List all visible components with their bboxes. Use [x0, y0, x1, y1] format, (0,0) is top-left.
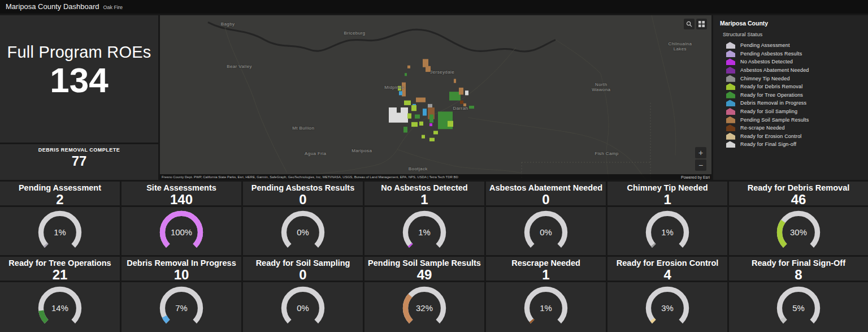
svg-text:14%: 14% — [51, 304, 68, 313]
legend-item-label: Ready for Soil Sampling — [740, 109, 797, 114]
attribution-text: Fresno County Dept. PWP, California Stat… — [162, 175, 458, 179]
map-place-label: Bagby — [221, 21, 235, 27]
legend-swatch-icon — [726, 83, 735, 90]
gauge-panel: 30% — [729, 207, 868, 255]
stat-title: Ready for Final Sign-Off — [729, 258, 868, 268]
stat-value: 4 — [607, 268, 727, 281]
legend-swatch-icon — [726, 67, 735, 74]
gauge-panel: 1% — [486, 282, 606, 332]
legend-item-label: Pending Asbestos Results — [740, 51, 802, 57]
full-program-roes-panel: Full Program ROEs 134 — [0, 15, 158, 143]
map-place-label: Bootjack — [409, 166, 428, 171]
legend-item: Pending Asbestos Results — [726, 50, 868, 58]
stat-title: Rescrape Needed — [486, 258, 606, 268]
gauge-panel: 3% — [607, 282, 727, 332]
map-place-label: Mariposa — [351, 148, 372, 153]
stat-title: Ready for Soil Sampling — [243, 258, 363, 268]
map-zoom-controls: + − — [695, 147, 706, 171]
legend-item: No Asbestos Detected — [726, 58, 868, 66]
stat-value: 140 — [121, 192, 241, 205]
stats-row-2: Ready for Tree Operations21Debris Remova… — [0, 257, 868, 281]
legend-item-label: Asbestos Abatement Needed — [740, 67, 809, 73]
stat-title: Ready for Erosion Control — [607, 258, 727, 268]
legend-item-label: Debris Removal in Progress — [740, 100, 806, 106]
legend-item: Chimney Tip Needed — [726, 74, 868, 83]
stat-title: Asbestos Abatement Needed — [486, 183, 606, 192]
legend-item: Ready for Final Sign-off — [726, 140, 868, 149]
svg-text:3%: 3% — [661, 304, 674, 313]
stat-value: 2 — [0, 192, 120, 205]
svg-text:1%: 1% — [54, 228, 66, 237]
search-button[interactable] — [684, 19, 695, 29]
zoom-in-button[interactable]: + — [695, 147, 706, 158]
legend-item: Ready for Erosion Control — [726, 132, 868, 141]
legend-item: Re-scrape Needed — [726, 124, 868, 132]
svg-text:100%: 100% — [171, 228, 192, 237]
stat-value: 1 — [607, 192, 727, 205]
legend-swatch-icon — [726, 124, 735, 131]
full-program-value: 134 — [50, 62, 108, 98]
stat-value: 0 — [486, 192, 606, 205]
legend-swatch-icon — [726, 133, 735, 140]
map-place-label: Agua Fria — [305, 151, 326, 156]
gauges-row-1: 1%100%0%1%0%1%30% — [0, 207, 868, 255]
stat-title: Debris Removal In Progress — [121, 258, 241, 268]
stat-panel: Pending Soil Sample Results49 — [364, 257, 484, 281]
legend-item: Ready for Tree Operations — [726, 91, 868, 100]
stats-row-1: Pending Assessment2Site Assessments140Pe… — [0, 182, 868, 205]
map-canvas[interactable]: BagbyBriceburgBear ValleyJerseydaleMidpi… — [160, 15, 711, 180]
svg-text:0%: 0% — [540, 228, 552, 237]
gauge-panel: 1% — [607, 207, 727, 255]
legend-item-label: Chimney Tip Needed — [740, 76, 790, 81]
stat-value: 49 — [364, 268, 484, 281]
map-place-label: Chilnualna Lakes — [668, 41, 692, 51]
map-place-label: Jerseydale — [430, 70, 454, 75]
debris-complete-value: 77 — [0, 153, 158, 169]
gauge-panel: 0% — [243, 207, 363, 255]
basemap-grid-icon — [698, 21, 705, 27]
svg-text:30%: 30% — [790, 228, 807, 237]
legend-swatch-icon — [726, 50, 735, 57]
stat-value: 10 — [121, 268, 241, 281]
gauge-panel: 1% — [364, 207, 484, 255]
gauge-arc: 0% — [276, 208, 329, 255]
gauge-panel: 0% — [486, 207, 606, 255]
gauge-panel: 32% — [364, 282, 484, 332]
stat-title: Pending Assessment — [0, 183, 120, 192]
svg-text:1%: 1% — [418, 228, 431, 237]
stat-panel: Pending Asbestos Results0 — [243, 182, 363, 205]
basemap-button[interactable] — [696, 19, 707, 29]
stat-value: 0 — [243, 192, 363, 205]
legend-swatch-icon — [726, 58, 735, 65]
svg-text:1%: 1% — [540, 304, 552, 313]
header-bar: Mariposa County Dashboard Oak Fire — [0, 0, 868, 14]
stat-title: Site Assessments — [121, 183, 241, 192]
map-place-label: Fish Camp — [594, 151, 618, 156]
map-place-label: North Wawona — [592, 82, 610, 92]
stat-panel: Pending Assessment2 — [0, 182, 120, 205]
gauge-arc: 1% — [641, 208, 694, 255]
stat-panel: Site Assessments140 — [121, 182, 241, 205]
gauge-arc: 1% — [519, 284, 572, 330]
legend-item-label: Ready for Tree Operations — [740, 92, 803, 98]
stat-value: 0 — [243, 268, 363, 281]
svg-text:5%: 5% — [792, 304, 805, 313]
gauge-panel: 100% — [121, 207, 241, 255]
legend-swatch-icon — [726, 108, 735, 115]
gauges-row-2: 14%7%0%32%1%3%5% — [0, 282, 868, 332]
main-row: Full Program ROEs 134 DEBRIS REMOVAL COM… — [0, 15, 868, 180]
gauge-arc: 0% — [519, 208, 572, 255]
legend-title: Mariposa County — [720, 20, 868, 27]
dashboard-app: Mariposa County Dashboard Oak Fire Full … — [0, 0, 868, 332]
legend-item: Asbestos Abatement Needed — [726, 66, 868, 75]
stat-value: 1 — [486, 268, 606, 281]
legend-item-label: Pending Soil Sample Results — [740, 117, 809, 123]
stat-title: Pending Asbestos Results — [243, 183, 363, 192]
legend-item: Pending Assessment — [726, 41, 868, 50]
legend-item-label: Ready for Erosion Control — [740, 133, 802, 139]
stat-value: 1 — [364, 192, 484, 205]
powered-by-esri: Powered by Esri — [681, 175, 710, 179]
zoom-out-button[interactable]: − — [695, 159, 706, 171]
gauge-arc: 1% — [398, 208, 451, 255]
stat-value: 46 — [729, 192, 868, 205]
